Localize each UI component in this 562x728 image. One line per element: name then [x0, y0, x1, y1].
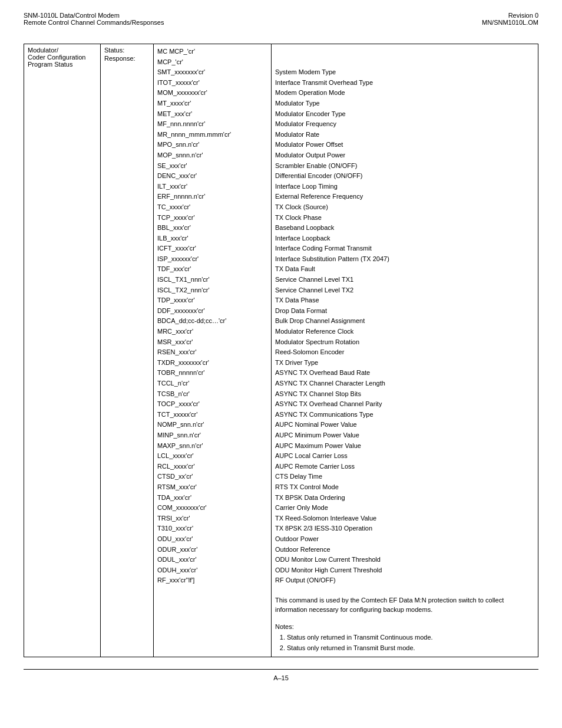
cmd-43: TDA_xxx'cr': [157, 493, 267, 503]
desc-49: ODU Monitor Low Current Threshold: [275, 555, 534, 565]
desc-22: Service Channel Level TX1: [275, 275, 534, 285]
cmd-40: RCL_xxxx'cr': [157, 462, 267, 472]
desc-19: Interface Coding Format Transmit: [275, 243, 534, 254]
command-note: This command is used by the Comtech EF D…: [275, 595, 534, 615]
desc-14: External Reference Frequency: [275, 192, 534, 202]
desc-37: AUPC Minimum Power Value: [275, 430, 534, 441]
desc-44: Carrier Only Mode: [275, 503, 534, 513]
cmd-9: MPO_snn.n'cr': [157, 140, 267, 150]
cmd-32: TCCL_n'cr': [157, 378, 267, 389]
page: SNM-1010L Data/Control Modem Remote Cont…: [0, 0, 562, 728]
desc-10: Modulator Output Power: [275, 150, 534, 161]
status-response-cell: Status: Response:: [101, 44, 154, 657]
cmd-16: TCP_xxxx'cr': [157, 213, 267, 223]
cmd-51: RF_xxx'cr''lf']: [157, 575, 267, 586]
cmd-0: MC MCP_'cr': [157, 47, 267, 57]
cmd-27: MRC_xxx'cr': [157, 327, 267, 337]
desc-8: Modulator Rate: [275, 130, 534, 140]
cmd-15: TC_xxxx'cr': [157, 202, 267, 213]
desc-36: AUPC Nominal Power Value: [275, 420, 534, 430]
doc-title-line2: Remote Control Channel Commands/Response…: [24, 19, 164, 26]
desc-33: ASYNC TX Channel Stop Bits: [275, 389, 534, 400]
cmd-44: COM_xxxxxxx'cr': [157, 503, 267, 513]
desc-0: [275, 47, 534, 57]
desc-17: Baseband Loopback: [275, 223, 534, 233]
desc-7: Modulator Frequency: [275, 119, 534, 130]
desc-6: Modulator Encoder Type: [275, 109, 534, 120]
desc-47: Outdoor Power: [275, 534, 534, 545]
desc-15: TX Clock (Source): [275, 202, 534, 213]
desc-16: TX Clock Phase: [275, 213, 534, 223]
desc-40: AUPC Remote Carrier Loss: [275, 462, 534, 472]
cmd-18: ILB_xxx'cr': [157, 233, 267, 244]
notes-list: Status only returned in Transmit Continu…: [275, 633, 534, 653]
cmd-21: TDF_xxx'cr': [157, 264, 267, 275]
note-1: Status only returned in Transmit Continu…: [287, 633, 534, 643]
cmd-39: LCL_xxxx'cr': [157, 451, 267, 462]
desc-12: Differential Encoder (ON/OFF): [275, 171, 534, 182]
cmd-2: SMT_xxxxxxx'cr': [157, 67, 267, 78]
desc-20: Interface Substitution Pattern (TX 2047): [275, 254, 534, 265]
cmd-19: ICFT_xxxx'cr': [157, 243, 267, 254]
doc-title-line1: SNM-1010L Data/Control Modem: [24, 12, 164, 19]
doc-number: MN/SNM1010L.OM: [482, 19, 538, 26]
desc-45: TX Reed-Solomon Interleave Value: [275, 513, 534, 524]
cmd-31: TOBR_nnnnn'cr': [157, 368, 267, 378]
cmd-34: TOCP_xxxx'cr': [157, 399, 267, 410]
desc-43: TX BPSK Data Ordering: [275, 493, 534, 503]
desc-13: Interface Loop Timing: [275, 182, 534, 192]
cmd-47: ODU_xxx'cr': [157, 534, 267, 545]
desc-31: ASYNC TX Overhead Baud Rate: [275, 368, 534, 378]
cmd-28: MSR_xxx'cr': [157, 337, 267, 348]
desc-5: Modulator Type: [275, 98, 534, 109]
cmd-22: ISCL_TX1_nnn'cr': [157, 275, 267, 285]
page-number: A–15: [273, 674, 289, 681]
cmd-13: ILT_xxx'cr': [157, 182, 267, 192]
note-2: Status only returned in Transmit Burst m…: [287, 643, 534, 653]
section-label: Modulator/Coder ConfigurationProgram Sta…: [28, 47, 97, 68]
desc-29: Reed-Solomon Encoder: [275, 347, 534, 358]
cmd-30: TXDR_xxxxxxx'cr': [157, 358, 267, 368]
cmd-20: ISP_xxxxxx'cr': [157, 254, 267, 265]
cmd-29: RSEN_xxx'cr': [157, 347, 267, 358]
revision: Revision 0: [482, 12, 538, 19]
page-footer: A–15: [24, 669, 538, 681]
desc-25: Drop Data Format: [275, 306, 534, 317]
desc-24: TX Data Phase: [275, 295, 534, 306]
desc-18: Interface Loopback: [275, 233, 534, 244]
cmd-24: TDP_xxxx'cr': [157, 295, 267, 306]
desc-9: Modulator Power Offset: [275, 140, 534, 150]
commands-cell: MC MCP_'cr' MCP_'cr' SMT_xxxxxxx'cr' ITO…: [154, 44, 272, 657]
cmd-26: BDCA_dd;cc-dd;cc…'cr': [157, 316, 267, 327]
desc-50: ODU Monitor High Current Threshold: [275, 565, 534, 576]
desc-42: RTS TX Control Mode: [275, 482, 534, 493]
desc-34: ASYNC TX Overhead Channel Parity: [275, 399, 534, 410]
desc-28: Modulator Spectrum Rotation: [275, 337, 534, 348]
cmd-5: MT_xxxx'cr': [157, 98, 267, 109]
page-header: SNM-1010L Data/Control Modem Remote Cont…: [24, 12, 538, 26]
cmd-23: ISCL_TX2_nnn'cr': [157, 285, 267, 296]
response-label: Response:: [104, 55, 150, 62]
cmd-12: DENC_xxx'cr': [157, 171, 267, 182]
cmd-7: MF_nnn.nnnn'cr': [157, 119, 267, 130]
desc-39: AUPC Local Carrier Loss: [275, 451, 534, 462]
desc-4: Modem Operation Mode: [275, 88, 534, 98]
cmd-42: RTSM_xxx'cr': [157, 482, 267, 493]
desc-35: ASYNC TX Communications Type: [275, 410, 534, 420]
desc-21: TX Data Fault: [275, 264, 534, 275]
desc-41: CTS Delay Time: [275, 472, 534, 482]
cmd-45: TRSI_xx'cr': [157, 513, 267, 524]
desc-1: [275, 57, 534, 68]
cmd-49: ODUL_xxx'cr': [157, 555, 267, 565]
desc-2: System Modem Type: [275, 67, 534, 78]
cmd-8: MR_nnnn_mmm.mmm'cr': [157, 130, 267, 140]
cmd-46: T310_xxx'cr': [157, 523, 267, 534]
desc-32: ASYNC TX Channel Character Length: [275, 378, 534, 389]
cmd-11: SE_xxx'cr': [157, 161, 267, 172]
cmd-1: MCP_'cr': [157, 57, 267, 68]
desc-38: AUPC Maximum Power Value: [275, 441, 534, 452]
cmd-4: MOM_xxxxxxx'cr': [157, 88, 267, 98]
cmd-25: DDF_xxxxxxx'cr': [157, 306, 267, 317]
notes-section: Notes: Status only returned in Transmit …: [275, 623, 534, 653]
section-label-cell: Modulator/Coder ConfigurationProgram Sta…: [24, 44, 101, 657]
